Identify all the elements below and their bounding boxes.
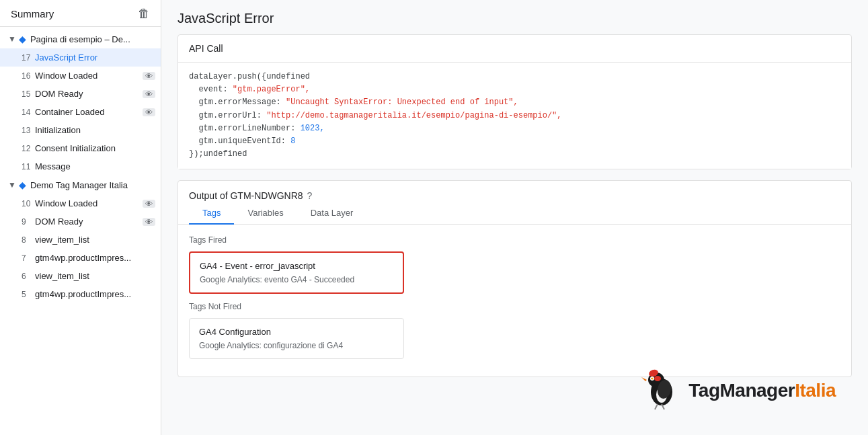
sidebar-content: ▼ ◆ Pagina di esempio – De... 17 JavaScr… xyxy=(0,27,161,306)
output-section: Output of GTM-NDWGNR8 ? TagsVariablesDat… xyxy=(177,180,852,377)
svg-point-4 xyxy=(654,376,661,381)
event-num: 16 xyxy=(22,71,35,81)
group-label: Demo Tag Manager Italia xyxy=(30,180,155,190)
event-num: 11 xyxy=(22,162,35,171)
sidebar-event-0-4[interactable]: 13 Initialization xyxy=(0,121,161,139)
diamond-icon: ◆ xyxy=(19,180,26,190)
api-call-card: API Call dataLayer.push({undefined event… xyxy=(177,34,852,169)
output-title: Output of GTM-NDWGNR8 xyxy=(189,190,303,201)
event-num: 6 xyxy=(22,272,35,281)
logo-orange: Italia xyxy=(795,380,836,401)
code-line: gtm.errorLineNumber: 1023, xyxy=(189,122,840,135)
eye-icon: 👁 xyxy=(143,72,155,80)
event-num: 14 xyxy=(22,108,35,117)
arrow-icon: ▼ xyxy=(8,180,16,190)
code-line: event: "gtm.pageError", xyxy=(189,83,840,96)
event-label: DOM Ready xyxy=(35,89,140,99)
eye-icon: 👁 xyxy=(143,200,155,208)
code-line: gtm.uniqueEventId: 8 xyxy=(189,135,840,148)
tag-title: GA4 - Event - error_javascript xyxy=(200,261,393,271)
tabs-bar: TagsVariablesData Layer xyxy=(178,201,851,225)
event-num: 12 xyxy=(22,144,35,153)
logo-area: TagManagerItalia xyxy=(636,364,836,418)
event-label: DOM Ready xyxy=(35,216,140,227)
tab-data-layer[interactable]: Data Layer xyxy=(297,201,367,225)
event-label: gtm4wp.productImpres... xyxy=(35,253,155,263)
event-num: 7 xyxy=(22,253,35,263)
sidebar-event-0-0[interactable]: 17 JavaScript Error xyxy=(0,48,161,67)
sidebar-event-0-3[interactable]: 14 Container Loaded 👁 xyxy=(0,103,161,121)
code-line: gtm.errorUrl: "http://demo.tagmanagerita… xyxy=(189,110,840,122)
event-label: Window Loaded xyxy=(35,198,140,208)
api-call-header: API Call xyxy=(178,35,851,63)
event-label: JavaScript Error xyxy=(35,52,155,63)
delete-icon[interactable]: 🗑 xyxy=(138,7,150,21)
main-scroll: JavaScript Error API Call dataLayer.push… xyxy=(161,0,868,435)
woodpecker-svg xyxy=(636,364,683,411)
sidebar-event-1-5[interactable]: 5 gtm4wp.productImpres... xyxy=(0,285,161,303)
event-label: Container Loaded xyxy=(35,107,140,117)
code-line: gtm.errorMessage: "Uncaught SyntaxError:… xyxy=(189,96,840,109)
event-num: 8 xyxy=(22,235,35,245)
sidebar-group-1[interactable]: ▼ ◆ Demo Tag Manager Italia xyxy=(0,175,161,194)
main-panel: JavaScript Error API Call dataLayer.push… xyxy=(161,0,868,435)
svg-marker-8 xyxy=(641,377,647,381)
event-label: view_item_list xyxy=(35,235,155,245)
logo-black: TagManager xyxy=(688,380,795,401)
event-label: view_item_list xyxy=(35,271,155,281)
logo-text: TagManagerItalia xyxy=(688,381,836,400)
event-num: 10 xyxy=(22,199,35,208)
event-num: 15 xyxy=(22,89,35,99)
sidebar-event-0-1[interactable]: 16 Window Loaded 👁 xyxy=(0,67,161,85)
tag-subtitle: Google Analytics: evento GA4 - Succeeded xyxy=(200,275,393,284)
tag-title: GA4 Configuration xyxy=(199,327,394,337)
page-title: JavaScript Error xyxy=(161,0,868,34)
event-num: 13 xyxy=(22,126,35,135)
eye-icon: 👁 xyxy=(143,90,155,98)
tag-not-fired-0[interactable]: GA4 Configuration Google Analytics: conf… xyxy=(189,318,404,359)
event-label: Window Loaded xyxy=(35,71,140,81)
help-icon[interactable]: ? xyxy=(307,190,313,201)
event-num: 5 xyxy=(22,290,35,299)
logo-text-block: TagManagerItalia xyxy=(688,381,836,400)
event-label: Consent Initialization xyxy=(35,143,155,153)
sidebar-header: Summary 🗑 xyxy=(0,0,161,27)
tags-fired-label: Tags Fired xyxy=(189,235,840,245)
code-line: });undefined xyxy=(189,148,840,161)
tags-not-fired-label: Tags Not Fired xyxy=(189,302,840,311)
event-label: gtm4wp.productImpres... xyxy=(35,289,155,299)
code-line: dataLayer.push({undefined xyxy=(189,71,840,83)
sidebar-event-1-4[interactable]: 6 view_item_list xyxy=(0,267,161,285)
sidebar-event-1-1[interactable]: 9 DOM Ready 👁 xyxy=(0,212,161,231)
event-num: 17 xyxy=(22,53,35,63)
sidebar-event-0-2[interactable]: 15 DOM Ready 👁 xyxy=(0,85,161,103)
arrow-icon: ▼ xyxy=(8,34,16,44)
tab-tags[interactable]: Tags xyxy=(189,201,234,225)
svg-line-10 xyxy=(655,404,658,409)
tags-content: Tags Fired GA4 - Event - error_javascrip… xyxy=(178,225,851,377)
sidebar-event-0-6[interactable]: 11 Message xyxy=(0,157,161,175)
tag-subtitle: Google Analytics: configurazione di GA4 xyxy=(199,341,394,350)
woodpecker-icon xyxy=(636,364,683,418)
sidebar: Summary 🗑 ▼ ◆ Pagina di esempio – De... … xyxy=(0,0,161,435)
svg-point-7 xyxy=(652,378,652,379)
sidebar-title: Summary xyxy=(11,8,54,19)
tag-fired-0[interactable]: GA4 - Event - error_javascript Google An… xyxy=(189,251,404,294)
group-label: Pagina di esempio – De... xyxy=(30,34,155,44)
event-num: 9 xyxy=(22,217,35,227)
sidebar-event-0-5[interactable]: 12 Consent Initialization xyxy=(0,139,161,157)
diamond-icon: ◆ xyxy=(19,34,26,44)
sidebar-event-1-2[interactable]: 8 view_item_list xyxy=(0,231,161,249)
sidebar-event-1-0[interactable]: 10 Window Loaded 👁 xyxy=(0,194,161,212)
logo-container: TagManagerItalia xyxy=(177,377,852,431)
eye-icon: 👁 xyxy=(143,108,155,116)
event-label: Message xyxy=(35,161,155,171)
eye-icon: 👁 xyxy=(143,218,155,226)
event-label: Initialization xyxy=(35,125,155,135)
svg-point-6 xyxy=(652,378,654,380)
sidebar-event-1-3[interactable]: 7 gtm4wp.productImpres... xyxy=(0,249,161,267)
sidebar-group-0[interactable]: ▼ ◆ Pagina di esempio – De... xyxy=(0,30,161,48)
tab-variables[interactable]: Variables xyxy=(234,201,297,225)
api-call-body: dataLayer.push({undefined event: "gtm.pa… xyxy=(178,63,851,169)
output-header: Output of GTM-NDWGNR8 ? xyxy=(178,181,851,201)
